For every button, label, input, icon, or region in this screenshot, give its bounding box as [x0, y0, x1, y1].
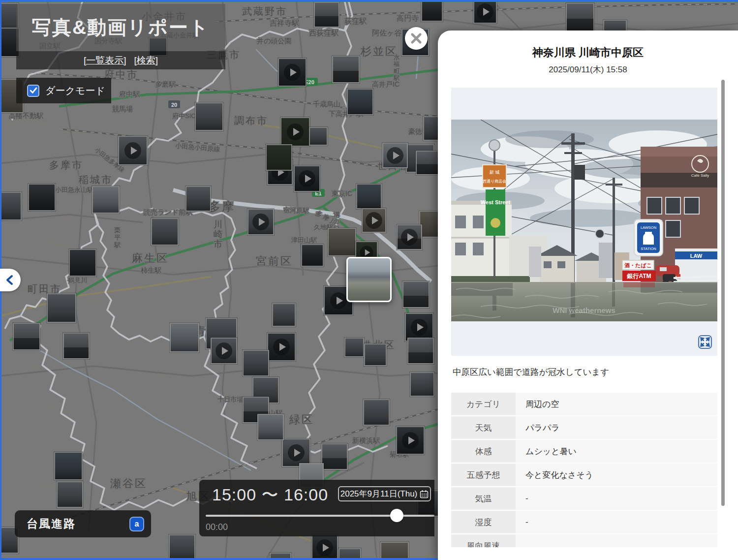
map-label: 宮前区 [256, 255, 293, 267]
photo-thumbnail[interactable] [421, 0, 443, 22]
play-icon [288, 444, 305, 461]
table-row: カテゴリ周辺の空 [451, 393, 717, 415]
photo-thumbnail[interactable] [170, 323, 199, 352]
photo-thumbnail[interactable] [13, 323, 40, 350]
video-thumbnail[interactable] [267, 333, 296, 361]
map-label: 多摩市 [49, 159, 83, 170]
photo-thumbnail[interactable] [328, 228, 356, 256]
table-row-label: 風向風速 [451, 534, 516, 547]
page-title-box: 写真&動画リポート [16, 4, 225, 51]
report-photo-container: 新 城 西通り商店会 West Street [451, 88, 717, 356]
photo-thumbnail[interactable] [63, 333, 90, 359]
map-label: 多摩 [209, 200, 235, 213]
map-label: 府中SIC [172, 112, 196, 120]
video-thumbnail[interactable] [396, 426, 425, 455]
list-view-link[interactable]: [一覧表示] [84, 54, 126, 67]
video-thumbnail[interactable] [280, 117, 310, 147]
photo-thumbnail[interactable] [151, 218, 179, 246]
table-row-value: パラパラ [516, 416, 717, 439]
photo-thumbnail[interactable] [416, 151, 440, 175]
map-label: 瀬谷区 [110, 477, 147, 490]
map-label: 麻生区 [132, 252, 169, 264]
selected-photo-thumbnail[interactable] [346, 257, 392, 302]
photo-thumbnail[interactable] [54, 452, 83, 480]
map-label: 千歳烏山 [313, 100, 340, 108]
typhoon-track-control: 台風進路 a [15, 510, 151, 537]
calendar-icon [420, 490, 429, 498]
photo-thumbnail[interactable] [195, 102, 223, 131]
dark-mode-checkbox[interactable] [27, 85, 39, 97]
photo-thumbnail[interactable] [410, 372, 434, 397]
close-panel-button[interactable] [405, 27, 428, 50]
photo-thumbnail[interactable] [402, 281, 430, 308]
page-border-top [0, 0, 738, 2]
lawson-sign-top: LAWSON [641, 225, 656, 230]
photo-thumbnail[interactable] [47, 293, 76, 323]
play-icon [330, 292, 347, 309]
photo-thumbnail[interactable] [243, 350, 269, 376]
fullscreen-icon [698, 335, 712, 349]
photo-thumbnail[interactable] [272, 303, 296, 327]
photo-thumbnail[interactable] [69, 249, 96, 277]
search-link[interactable]: [検索] [134, 54, 158, 67]
video-thumbnail[interactable] [118, 136, 148, 165]
typhoon-toggle-button[interactable]: a [129, 517, 144, 531]
dark-mode-label: ダークモード [45, 84, 105, 97]
video-thumbnail[interactable] [382, 143, 408, 168]
scrollbar-thumb[interactable] [721, 80, 725, 506]
table-row-label: 体感 [451, 440, 516, 463]
video-thumbnail[interactable] [397, 224, 422, 250]
photo-thumbnail[interactable] [309, 127, 328, 146]
photo-thumbnail[interactable] [566, 3, 594, 31]
photo-thumbnail[interactable] [364, 343, 387, 366]
video-thumbnail[interactable] [247, 209, 274, 235]
video-thumbnail[interactable] [311, 534, 338, 560]
photo-thumbnail[interactable] [266, 144, 292, 171]
map-label: 井の頭公園 [257, 37, 291, 45]
table-row-label: 天気 [451, 416, 516, 439]
photo-thumbnail[interactable] [321, 443, 348, 470]
map-label: 小田急永山駅 [55, 186, 93, 193]
checkmark-icon [29, 86, 38, 95]
photo-thumbnail[interactable] [92, 186, 120, 214]
slider-time-label: 00:00 [206, 522, 228, 532]
play-icon [124, 142, 141, 159]
photo-thumbnail[interactable] [301, 244, 324, 267]
photo-thumbnail[interactable] [257, 414, 284, 440]
photo-thumbnail[interactable] [28, 184, 56, 211]
cafe-sign: Cafe Sally [691, 173, 709, 178]
shotengai-sign-top: 新 城 [490, 170, 500, 175]
video-thumbnail[interactable] [473, 0, 497, 24]
dark-mode-control: ダークモード [16, 78, 111, 103]
fullscreen-button[interactable] [698, 335, 712, 349]
video-thumbnail[interactable] [211, 338, 237, 364]
map-label: 宿河原駅 [283, 207, 309, 214]
play-icon [366, 212, 382, 229]
photo-thumbnail[interactable] [169, 534, 195, 560]
close-icon [410, 32, 422, 44]
video-thumbnail[interactable] [278, 58, 307, 87]
photo-thumbnail[interactable] [57, 481, 83, 508]
photo-thumbnail[interactable] [314, 2, 339, 28]
photo-thumbnail[interactable] [185, 186, 211, 212]
map-label: 新横浜駅 [352, 436, 380, 444]
video-thumbnail[interactable] [294, 165, 320, 192]
photo-thumbnail[interactable] [0, 192, 22, 220]
map-label: 鶴見川 [68, 277, 87, 284]
map-label: 東京IC [332, 189, 352, 197]
play-icon [387, 147, 403, 164]
time-slider-handle[interactable] [390, 509, 403, 522]
table-row-value: 周辺の空 [516, 393, 717, 415]
photo-thumbnail[interactable] [363, 399, 390, 426]
photo-thumbnail[interactable] [332, 56, 360, 83]
report-photo[interactable]: 新 城 西通り商店会 West Street [451, 120, 717, 321]
map-label: 多磨駅 [155, 80, 176, 88]
date-picker-button[interactable]: 2025年9月11日(Thu) [338, 486, 431, 501]
photo-thumbnail[interactable] [344, 338, 364, 357]
photo-thumbnail[interactable] [347, 89, 373, 115]
photo-thumbnail[interactable] [407, 338, 434, 364]
video-thumbnail[interactable] [362, 208, 386, 233]
photo-thumbnail[interactable] [356, 184, 382, 209]
play-icon [299, 170, 315, 187]
photo-thumbnail[interactable] [380, 542, 409, 560]
